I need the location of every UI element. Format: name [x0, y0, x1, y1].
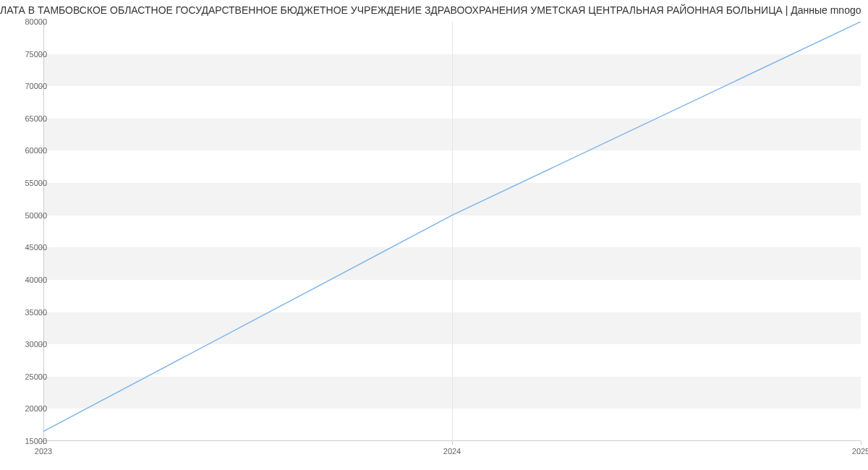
y-tick-label: 80000	[11, 17, 47, 26]
y-tick-label: 60000	[11, 146, 47, 155]
line-series-svg	[43, 22, 861, 441]
y-tick-label: 20000	[11, 404, 47, 413]
y-tick-label: 45000	[11, 243, 47, 252]
x-tick-label: 2025	[852, 447, 868, 456]
y-tick-label: 40000	[11, 275, 47, 284]
series-line	[43, 22, 861, 432]
x-tick-mark	[861, 441, 861, 445]
x-tick-mark	[452, 441, 453, 445]
y-tick-label: 75000	[11, 50, 47, 59]
chart-container: ЛАТА В ТАМБОВСКОЕ ОБЛАСТНОЕ ГОСУДАРСТВЕН…	[0, 0, 868, 470]
plot-area: 202320242025	[43, 22, 861, 441]
y-tick-label: 15000	[11, 437, 47, 445]
y-tick-label: 65000	[11, 114, 47, 123]
x-tick-label: 2024	[443, 447, 461, 456]
y-tick-label: 55000	[11, 179, 47, 187]
y-tick-label: 70000	[11, 82, 47, 90]
chart-title: ЛАТА В ТАМБОВСКОЕ ОБЛАСТНОЕ ГОСУДАРСТВЕН…	[0, 4, 868, 16]
y-tick-label: 35000	[11, 308, 47, 317]
y-tick-label: 50000	[11, 211, 47, 220]
x-tick-label: 2023	[35, 447, 52, 456]
y-tick-label: 25000	[11, 372, 47, 381]
y-tick-label: 30000	[11, 340, 47, 349]
